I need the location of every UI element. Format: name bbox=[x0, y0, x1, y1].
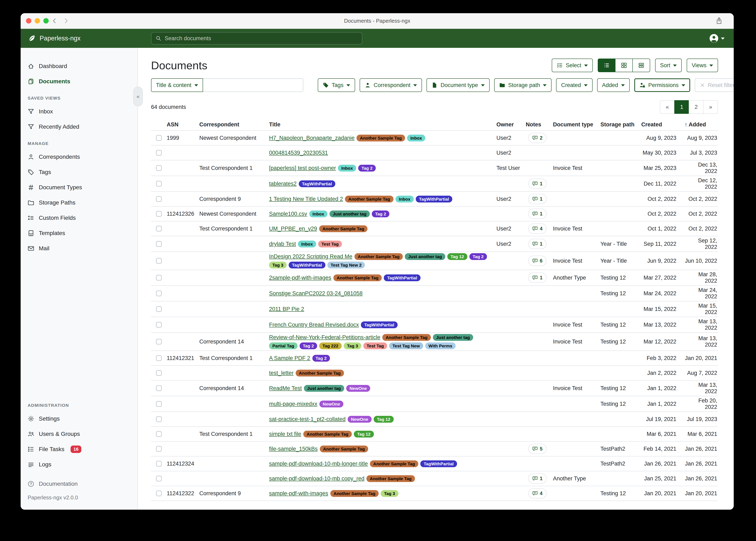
row-checkbox[interactable] bbox=[156, 211, 162, 217]
row-checkbox[interactable] bbox=[156, 306, 162, 312]
tag-chip-tag-2[interactable]: Tag 2 bbox=[469, 253, 487, 260]
tag-chip-just-another-tag[interactable]: Just another tag bbox=[405, 253, 445, 260]
search-input[interactable] bbox=[165, 35, 358, 42]
row-checkbox[interactable] bbox=[156, 431, 162, 437]
filter-permissions-button[interactable]: Permissions bbox=[634, 78, 690, 92]
sidebar-item-users-groups[interactable]: Users & Groups bbox=[21, 426, 137, 442]
tag-chip-another-sample-tag[interactable]: Another Sample Tag bbox=[354, 253, 403, 260]
document-title-link[interactable]: test_letter bbox=[269, 370, 294, 376]
document-title-link[interactable]: drylab Test bbox=[269, 241, 296, 247]
view-mode-cards-button[interactable] bbox=[632, 59, 650, 72]
tag-chip-tagwithpartial[interactable]: TagWithPartial bbox=[420, 460, 457, 467]
pagination-page-1-button[interactable]: 1 bbox=[674, 100, 689, 114]
tag-chip-inbox[interactable]: Inbox bbox=[396, 196, 414, 203]
tag-chip-tagwithpartial[interactable]: TagWithPartial bbox=[289, 262, 325, 269]
tag-chip-tagwithpartial[interactable]: TagWithPartial bbox=[299, 181, 335, 187]
row-checkbox[interactable] bbox=[156, 275, 162, 280]
views-button[interactable]: Views bbox=[687, 59, 718, 72]
tag-chip-inbox[interactable]: Inbox bbox=[298, 241, 316, 248]
row-checkbox[interactable] bbox=[156, 165, 162, 171]
tag-chip-test-tag[interactable]: Test Tag bbox=[363, 342, 387, 349]
app-brand[interactable]: Paperless-ngx bbox=[21, 34, 80, 42]
notes-badge[interactable]: 1 bbox=[528, 239, 547, 249]
notes-badge[interactable]: 1 bbox=[528, 272, 547, 283]
tag-chip-another-sample-tag[interactable]: Another Sample Tag bbox=[303, 431, 352, 437]
sidebar-item-correspondents[interactable]: Correspondents bbox=[21, 149, 137, 165]
document-title-link[interactable]: tablerates2 bbox=[269, 181, 297, 187]
row-checkbox[interactable] bbox=[156, 150, 162, 156]
document-title-link[interactable]: H7_Napoleon_Bonaparte_zadanie bbox=[269, 135, 354, 141]
search-field-selector-button[interactable]: Title & content bbox=[151, 78, 203, 92]
sidebar-collapse-button[interactable]: « bbox=[133, 87, 143, 106]
back-icon[interactable] bbox=[50, 13, 59, 28]
document-title-link[interactable]: Sample100.csv bbox=[269, 211, 307, 217]
pagination-next-button[interactable]: » bbox=[703, 100, 718, 114]
document-title-link[interactable]: simple txt file bbox=[269, 431, 301, 437]
row-checkbox[interactable] bbox=[156, 226, 162, 232]
zoom-window-button[interactable] bbox=[43, 18, 49, 24]
tag-chip-another-sample-tag[interactable]: Another Sample Tag bbox=[357, 135, 405, 142]
sidebar-item-file-tasks[interactable]: File Tasks16 bbox=[21, 442, 137, 457]
tag-chip-tagwithpartial[interactable]: TagWithPartial bbox=[416, 196, 452, 203]
tag-chip-another-sample-tag[interactable]: Another Sample Tag bbox=[370, 460, 418, 467]
notes-badge[interactable]: 1 bbox=[528, 209, 547, 219]
sidebar-item-dashboard[interactable]: Dashboard bbox=[21, 59, 137, 74]
sidebar-item-documentation[interactable]: ?Documentation bbox=[21, 476, 137, 491]
tag-chip-tag-3[interactable]: Tag 3 bbox=[381, 490, 398, 497]
notes-badge[interactable]: 1 bbox=[528, 473, 547, 484]
tag-chip-tag-12[interactable]: Tag 12 bbox=[354, 431, 374, 437]
sidebar-item-settings[interactable]: Settings bbox=[21, 411, 137, 426]
view-mode-list-button[interactable] bbox=[598, 59, 615, 72]
notes-badge[interactable]: 4 bbox=[528, 224, 547, 234]
share-icon[interactable] bbox=[715, 17, 723, 25]
column-header-notes[interactable]: Notes bbox=[526, 122, 553, 128]
document-title-link[interactable]: sample-pdf-download-10-mb copy_red bbox=[269, 475, 364, 482]
row-checkbox[interactable] bbox=[156, 461, 162, 467]
tag-chip-just-another-tag[interactable]: Just another tag bbox=[330, 211, 370, 217]
notes-badge[interactable]: 2 bbox=[528, 133, 547, 143]
row-checkbox[interactable] bbox=[156, 490, 162, 496]
filter-added-button[interactable]: Added bbox=[597, 78, 630, 92]
sidebar-item-custom-fields[interactable]: Custom Fields bbox=[21, 210, 137, 226]
column-header-title[interactable]: Title bbox=[269, 122, 496, 128]
tag-chip-inbox[interactable]: Inbox bbox=[338, 165, 356, 172]
filter-correspondent-button[interactable]: Correspondent bbox=[360, 78, 422, 92]
column-header-document-type[interactable]: Document type bbox=[553, 122, 600, 128]
row-checkbox[interactable] bbox=[156, 370, 162, 376]
sidebar-item-documents[interactable]: Documents bbox=[21, 74, 137, 89]
sidebar-item-templates[interactable]: Templates bbox=[21, 226, 137, 241]
column-header-correspondent[interactable]: Correspondent bbox=[199, 122, 269, 128]
row-checkbox[interactable] bbox=[156, 196, 162, 202]
tag-chip-another-sample-tag[interactable]: Another Sample Tag bbox=[296, 370, 344, 376]
row-checkbox[interactable] bbox=[156, 401, 162, 407]
sort-button[interactable]: Sort bbox=[655, 59, 682, 72]
tag-chip-test-tag-new[interactable]: Test Tag New bbox=[389, 342, 423, 349]
tag-chip-tag-2[interactable]: Tag 2 bbox=[312, 355, 330, 362]
sidebar-item-logs[interactable]: Logs bbox=[21, 457, 137, 472]
tag-chip-tag-12[interactable]: Tag 12 bbox=[447, 253, 467, 260]
tag-chip-inbox[interactable]: Inbox bbox=[407, 135, 425, 142]
sidebar-item-mail[interactable]: Mail bbox=[21, 241, 137, 256]
notes-badge[interactable]: 1 bbox=[528, 179, 547, 189]
pagination-prev-button[interactable]: « bbox=[660, 100, 675, 114]
filter-document-type-button[interactable]: Document type bbox=[426, 78, 490, 92]
tag-chip-just-another-tag[interactable]: Just another tag bbox=[433, 334, 473, 341]
filter-reset-filters-button[interactable]: Reset filters bbox=[695, 78, 734, 92]
tag-chip-partial-tag[interactable]: Partial Tag bbox=[269, 342, 298, 349]
document-title-link[interactable]: A Sample PDF 2 bbox=[269, 355, 310, 361]
row-checkbox[interactable] bbox=[156, 339, 162, 344]
row-checkbox[interactable] bbox=[156, 258, 162, 264]
tag-chip-test-tag[interactable]: Test Tag bbox=[318, 241, 342, 248]
tag-chip-another-sample-tag[interactable]: Another Sample Tag bbox=[330, 490, 379, 497]
document-title-link[interactable]: sample-pdf-download-10-mb-longer-title bbox=[269, 461, 368, 467]
tag-chip-another-sample-tag[interactable]: Another Sample Tag bbox=[382, 334, 431, 341]
document-title-link[interactable]: InDesign 2022 Scripting Read Me bbox=[269, 254, 352, 260]
forward-icon[interactable] bbox=[62, 13, 70, 28]
tag-chip-with-perms[interactable]: With Perms bbox=[425, 342, 456, 349]
tag-chip-inbox[interactable]: Inbox bbox=[309, 211, 327, 217]
row-checkbox[interactable] bbox=[156, 355, 162, 361]
tag-chip-another-sample-tag[interactable]: Another Sample Tag bbox=[320, 445, 368, 452]
pagination-page-2-button[interactable]: 2 bbox=[689, 100, 704, 114]
document-title-link[interactable]: sat-practice-test-1_pt2-collated bbox=[269, 416, 346, 422]
tag-chip-tagwithpartial[interactable]: TagWithPartial bbox=[384, 274, 420, 281]
